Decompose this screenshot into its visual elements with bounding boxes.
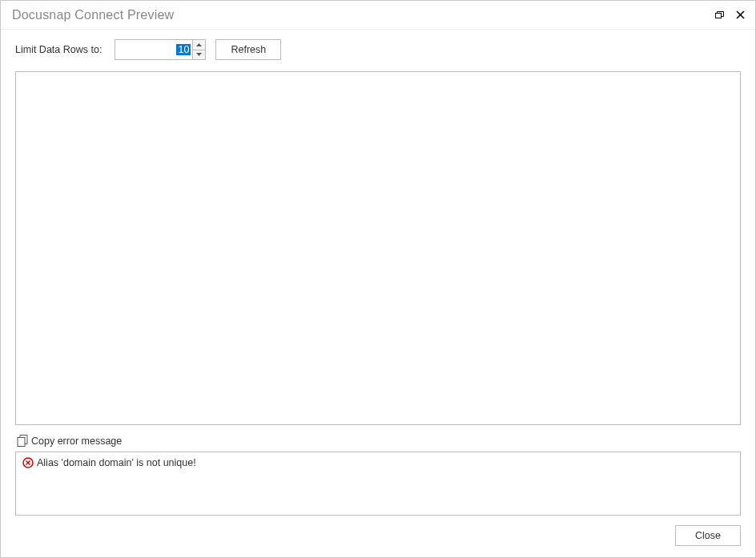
limit-rows-value[interactable]: 10 bbox=[115, 40, 192, 59]
copy-error-label: Copy error message bbox=[31, 436, 122, 447]
window-title: Docusnap Connect Preview bbox=[12, 8, 174, 22]
window-controls bbox=[712, 8, 747, 22]
maximize-icon bbox=[715, 11, 724, 18]
svg-rect-0 bbox=[715, 14, 721, 18]
refresh-button[interactable]: Refresh bbox=[215, 39, 281, 60]
controls-row: Limit Data Rows to: 10 Refresh bbox=[15, 39, 741, 60]
error-line: Alias 'domain domain' is not unique! bbox=[22, 457, 734, 468]
content-area: Limit Data Rows to: 10 Refresh bbox=[1, 30, 755, 557]
stepper-controls bbox=[192, 40, 205, 59]
preview-grid bbox=[15, 71, 741, 425]
limit-rows-stepper[interactable]: 10 bbox=[115, 39, 206, 60]
error-message-box: Alias 'domain domain' is not unique! bbox=[15, 452, 741, 516]
limit-rows-label: Limit Data Rows to: bbox=[15, 44, 105, 55]
copy-error-button[interactable]: Copy error message bbox=[17, 435, 122, 447]
svg-marker-3 bbox=[196, 43, 202, 46]
stepper-down-button[interactable] bbox=[193, 50, 205, 60]
error-icon bbox=[22, 457, 34, 468]
chevron-up-icon bbox=[196, 43, 202, 46]
maximize-button[interactable] bbox=[712, 8, 726, 22]
svg-rect-5 bbox=[18, 438, 25, 447]
error-message-text: Alias 'domain domain' is not unique! bbox=[37, 457, 196, 468]
titlebar: Docusnap Connect Preview bbox=[1, 1, 755, 30]
stepper-up-button[interactable] bbox=[193, 40, 205, 50]
close-icon bbox=[736, 10, 745, 19]
close-button[interactable]: Close bbox=[675, 525, 741, 546]
copy-icon bbox=[17, 435, 28, 447]
chevron-down-icon bbox=[196, 53, 202, 56]
close-window-button[interactable] bbox=[733, 8, 747, 22]
svg-marker-4 bbox=[196, 53, 202, 56]
footer: Close bbox=[15, 525, 741, 546]
